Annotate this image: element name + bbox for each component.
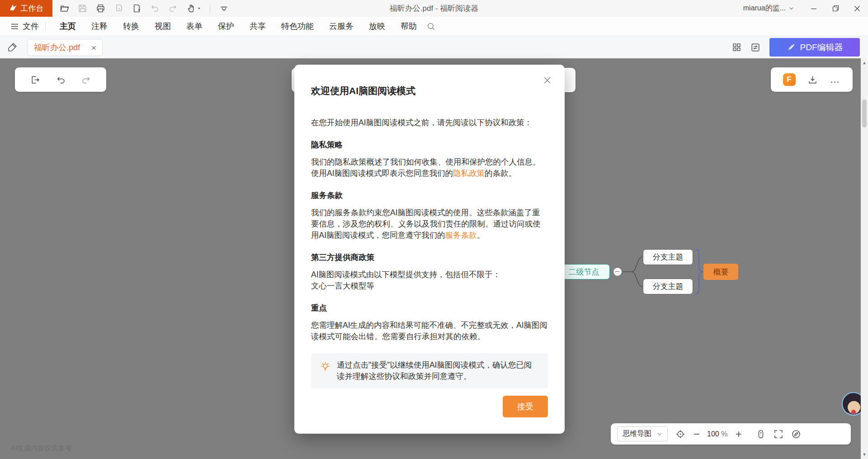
save-icon[interactable] (78, 4, 87, 13)
more-ellipsis-icon[interactable]: … (830, 77, 841, 82)
print-icon[interactable] (96, 4, 105, 13)
undo-icon[interactable] (150, 4, 160, 13)
vertical-scrollbar[interactable]: ▲ ▼ (861, 58, 868, 459)
dialog-paragraph: 文心一言大模型等 (311, 280, 548, 292)
dialog-section-heading: 隐私策略 (311, 139, 548, 150)
zoom-out-icon[interactable] (693, 431, 700, 438)
menu-item-共享[interactable]: 共享 (242, 21, 274, 32)
quick-toolbar (60, 3, 229, 14)
chevron-down-icon (657, 431, 662, 437)
foxit-reader-window: 工作台 福昕办公.pdf - 福昕阅读器 miarua的监... (0, 0, 868, 459)
view-toolbar: 思维导图 100 % (611, 423, 851, 445)
menu-item-转换[interactable]: 转换 (115, 21, 147, 32)
exit-icon[interactable] (30, 75, 40, 85)
fullscreen-icon[interactable] (774, 429, 783, 439)
dialog-paragraph: 我们的服务条款约束您AI脑图阅读模式的使用。这些条款涵盖了重要信息，涉及您的权利… (311, 207, 548, 241)
menu-label: 文件 (23, 21, 39, 32)
copy-page-icon[interactable] (114, 4, 123, 13)
add-page-icon[interactable] (132, 4, 142, 13)
text-segment: 我们的服务条款约束您AI脑图阅读模式的使用。这些条款涵盖了重要信息，涉及您的权利… (311, 208, 541, 240)
scrollbar-thumb[interactable] (862, 99, 867, 128)
accept-button[interactable]: 接受 (503, 396, 548, 417)
folder-open-icon[interactable] (60, 4, 69, 13)
menu-item-云服务[interactable]: 云服务 (321, 21, 361, 32)
menu-divider (45, 22, 46, 31)
menu-item-特色功能[interactable]: 特色功能 (274, 21, 321, 32)
document-tab[interactable]: 福昕办公.pdf × (28, 39, 103, 56)
redo-icon[interactable] (168, 4, 178, 13)
dialog-intro: 在您开始使用AI脑图阅读模式之前，请先阅读以下协议和政策： (311, 117, 548, 128)
tabbar-right: PDF编辑器 (732, 36, 868, 58)
policy-link[interactable]: 服务条款 (445, 231, 477, 240)
menu-item-放映[interactable]: 放映 (361, 21, 393, 32)
pdf-editor-label: PDF编辑器 (800, 42, 843, 53)
menu-item-注释[interactable]: 注释 (84, 21, 115, 32)
scroll-up-icon[interactable]: ▲ (861, 59, 868, 66)
menubar: 文件 主页注释转换视图表单保护共享特色功能云服务放映帮助 (0, 17, 868, 36)
mouse-mode-icon[interactable] (756, 429, 766, 439)
mindmap-toolbar-right: F … (771, 67, 853, 92)
locate-icon[interactable] (675, 429, 685, 439)
menu-item-帮助[interactable]: 帮助 (393, 21, 425, 32)
window-title: 福昕办公.pdf - 福昕阅读器 (390, 3, 478, 14)
zoom-in-icon[interactable] (735, 431, 742, 438)
dialog-section-heading: 重点 (311, 303, 548, 313)
chevron-down-icon (789, 6, 794, 11)
mindmap-toolbar-left (15, 67, 106, 92)
dialog-section-heading: 服务条款 (311, 190, 548, 201)
menu-item-保护[interactable]: 保护 (210, 21, 242, 32)
collapse-node-icon[interactable] (613, 267, 622, 276)
menu-item-主页[interactable]: 主页 (52, 21, 84, 32)
dialog-tip-text: 通过点击"接受"以继续使用AI脑图阅读模式，确认您已阅读并理解这些协议和政策并同… (337, 360, 539, 382)
hand-tool-icon[interactable] (186, 4, 201, 13)
undo-icon[interactable] (56, 75, 66, 85)
pdf-editor-button[interactable]: PDF编辑器 (769, 38, 860, 57)
user-name: miarua的监... (743, 4, 786, 13)
dialog-title: 欢迎使用AI脑图阅读模式 (311, 85, 548, 97)
mindmap-node-secondary[interactable]: 二级节点 (558, 264, 610, 279)
view-mode-label: 思维导图 (623, 429, 651, 439)
ai-mindmap-welcome-dialog: 欢迎使用AI脑图阅读模式 在您开始使用AI脑图阅读模式之前，请先阅读以下协议和政… (294, 65, 565, 434)
swap-pages-icon[interactable] (750, 43, 760, 52)
toolbar-collapse-chevron-icon[interactable] (219, 3, 229, 14)
dialog-paragraph: 我们的隐私政策概述了我们如何收集、使用和保护您的个人信息。使用AI脑图阅读模式即… (311, 156, 548, 179)
mindmap-node-branch[interactable]: 分支主题 (643, 279, 693, 294)
menu-item-表单[interactable]: 表单 (179, 21, 210, 32)
dialog-tip: 通过点击"接受"以继续使用AI脑图阅读模式，确认您已阅读并理解这些协议和政策并同… (311, 353, 548, 388)
text-segment: 文心一言大模型等 (311, 281, 374, 290)
titlebar-right: miarua的监... (743, 0, 868, 17)
redo-icon[interactable] (81, 75, 91, 85)
mindmap-node-summary[interactable]: 概要 (703, 264, 738, 280)
close-button[interactable] (846, 0, 868, 17)
user-account-menu[interactable]: miarua的监... (743, 4, 794, 13)
minimize-button[interactable] (803, 0, 825, 17)
search-icon (426, 22, 436, 31)
document-tabbar: 福昕办公.pdf × PDF编辑器 (0, 36, 868, 58)
lightbulb-icon (320, 361, 330, 372)
menu-item-文件[interactable]: 文件 (11, 21, 39, 32)
menu-item-视图[interactable]: 视图 (147, 21, 179, 32)
pencil-icon[interactable] (7, 42, 18, 54)
dialog-paragraph: AI脑图阅读模式由以下模型提供支持，包括但不限于： (311, 269, 548, 280)
text-segment: AI脑图阅读模式由以下模型提供支持，包括但不限于： (311, 270, 500, 279)
toolbar-divider (210, 5, 210, 13)
dialog-sections: 隐私策略我们的隐私政策概述了我们如何收集、使用和保护您的个人信息。使用AI脑图阅… (311, 139, 548, 342)
tab-close-icon[interactable]: × (91, 43, 96, 52)
compass-icon[interactable] (791, 429, 801, 439)
search-button[interactable] (426, 22, 436, 31)
foxit-ai-logo[interactable]: F (783, 73, 796, 86)
quill-icon (787, 43, 796, 52)
grid-view-icon[interactable] (732, 43, 741, 52)
mindmap-node-branch[interactable]: 分支主题 (643, 249, 693, 265)
download-icon[interactable] (807, 75, 818, 85)
dialog-paragraph: 您需理解AI生成的内容和结果可能不准确、不完整或无效，AI脑图阅读模式可能会出错… (311, 320, 548, 342)
maximize-button[interactable] (825, 0, 846, 17)
dialog-close-icon[interactable] (543, 76, 551, 84)
titlebar: 工作台 福昕办公.pdf - 福昕阅读器 miarua的监... (0, 0, 868, 17)
workbench-button[interactable]: 工作台 (0, 0, 52, 17)
policy-link[interactable]: 隐私政策 (453, 169, 485, 178)
scroll-down-icon[interactable]: ▼ (861, 451, 868, 458)
dialog-section-heading: 第三方提供商政策 (311, 252, 548, 263)
view-mode-select[interactable]: 思维导图 (617, 426, 668, 441)
foxit-logo-icon (9, 3, 18, 14)
